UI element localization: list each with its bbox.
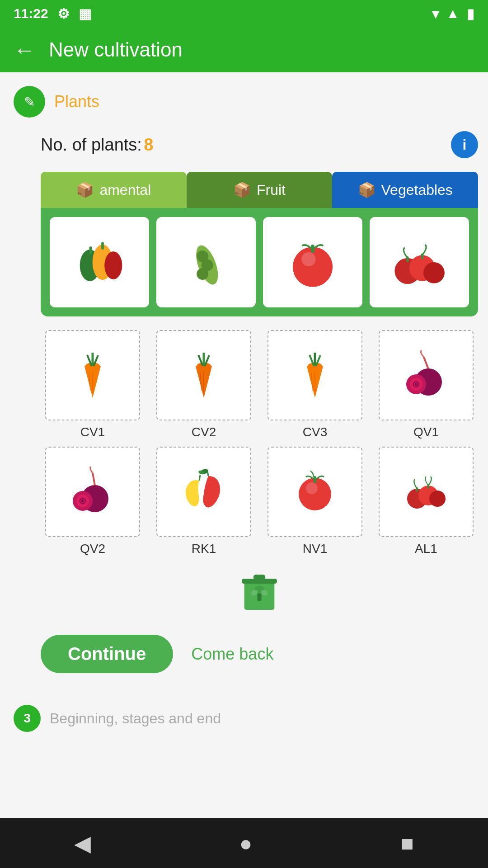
step1-label: Plants — [54, 92, 99, 111]
action-row: Continue Come back — [41, 635, 478, 673]
status-right: ▾ ▲ ▮ — [432, 6, 474, 22]
ornamental-label: amental — [99, 182, 151, 198]
plant-card-qv2[interactable] — [45, 447, 140, 537]
plant-label-qv1: QV1 — [413, 425, 439, 439]
plant-card-cv3[interactable] — [267, 330, 362, 420]
status-time: 11:22 — [14, 6, 48, 21]
step1-row: ✎ Plants — [0, 72, 488, 122]
svg-point-50 — [81, 500, 84, 502]
svg-point-14 — [423, 262, 445, 283]
plant-label-cv3: CV3 — [303, 425, 327, 439]
svg-point-2 — [104, 251, 122, 279]
ornamental-icon: 📦 — [76, 181, 94, 198]
plant-item-qv2: QV2 — [41, 447, 145, 556]
svg-rect-4 — [101, 242, 104, 250]
step3-label: Beginning, stages and end — [50, 710, 221, 727]
nav-recents-button[interactable]: ■ — [401, 831, 414, 856]
nav-back-button[interactable]: ◀ — [74, 830, 91, 856]
svg-point-43 — [415, 383, 418, 386]
svg-point-57 — [306, 482, 318, 494]
plant-label-qv2: QV2 — [80, 542, 105, 556]
svg-line-51 — [93, 473, 95, 486]
selected-carousel — [41, 208, 478, 316]
plant-card-qv1[interactable] — [379, 330, 474, 420]
gear-icon: ⚙ — [57, 6, 70, 22]
plant-item-cv1: CV1 — [41, 330, 145, 439]
selected-plant-pea[interactable] — [156, 217, 256, 307]
plants-count-value: 8 — [144, 135, 153, 154]
right-content: No. of plants: 8 i 📦 amental 📦 Fruit 📦 V… — [41, 122, 488, 691]
status-bar: 11:22 ⚙ ▦ ▾ ▲ ▮ — [0, 0, 488, 27]
plant-label-nv1: NV1 — [303, 542, 327, 556]
plants-count-label: No. of plants: — [41, 135, 142, 154]
page-title: New cultivation — [49, 38, 183, 61]
fruit-icon: 📦 — [233, 181, 251, 198]
signal-icon: ▲ — [446, 6, 460, 21]
plants-count-container: No. of plants: 8 — [41, 135, 154, 155]
tab-fruit[interactable]: 📦 Fruit — [187, 172, 333, 208]
svg-line-44 — [424, 357, 428, 369]
selected-plant-tomato[interactable] — [263, 217, 362, 307]
main-content: ✎ Plants No. of plants: 8 i 📦 amental — [0, 72, 488, 832]
step3-row: 3 Beginning, stages and end — [0, 691, 488, 745]
plant-card-cv1[interactable] — [45, 330, 140, 420]
plant-item-al1: AL1 — [374, 447, 478, 556]
plant-item-cv2: CV2 — [152, 330, 256, 439]
nav-home-button[interactable]: ● — [239, 831, 252, 856]
come-back-button[interactable]: Come back — [191, 645, 273, 664]
battery-icon: ▮ — [467, 6, 474, 22]
vegetables-label: Vegetables — [381, 182, 453, 198]
continue-button[interactable]: Continue — [41, 635, 173, 673]
plant-card-al1[interactable] — [379, 447, 474, 537]
plant-item-cv3: CV3 — [263, 330, 367, 439]
step1-circle: ✎ — [14, 86, 45, 118]
tab-vegetables[interactable]: 📦 Vegetables — [332, 172, 478, 208]
svg-point-10 — [301, 252, 315, 266]
top-bar: ← New cultivation — [0, 27, 488, 72]
step3-circle: 3 — [14, 705, 41, 732]
sim-icon: ▦ — [79, 6, 91, 22]
category-tabs: 📦 amental 📦 Fruit 📦 Vegetables — [41, 172, 478, 208]
tab-ornamental[interactable]: 📦 amental — [41, 172, 187, 208]
trash-button[interactable] — [239, 570, 280, 617]
plant-card-rk1[interactable] — [156, 447, 251, 537]
step3-number: 3 — [23, 711, 31, 726]
svg-point-8 — [197, 268, 208, 280]
plants-count-row: No. of plants: 8 i — [41, 131, 478, 158]
svg-point-9 — [293, 247, 333, 287]
plant-item-nv1: NV1 — [263, 447, 367, 556]
plant-grid: CV1 CV2 — [41, 330, 478, 556]
plant-item-rk1: RK1 — [152, 447, 256, 556]
bottom-nav: ◀ ● ■ — [0, 818, 488, 868]
svg-rect-66 — [253, 575, 266, 580]
plant-card-nv1[interactable] — [267, 447, 362, 537]
plant-label-rk1: RK1 — [192, 542, 216, 556]
svg-point-61 — [429, 491, 446, 507]
plant-label-cv1: CV1 — [80, 425, 105, 439]
status-left: 11:22 ⚙ ▦ — [14, 6, 91, 22]
content-area: No. of plants: 8 i 📦 amental 📦 Fruit 📦 V… — [0, 122, 488, 691]
plant-label-al1: AL1 — [415, 542, 437, 556]
back-button[interactable]: ← — [14, 38, 35, 62]
step1-icon: ✎ — [24, 94, 35, 110]
info-button[interactable]: i — [451, 131, 478, 158]
svg-rect-11 — [311, 245, 314, 253]
vegetables-icon: 📦 — [358, 181, 376, 198]
selected-plant-bell-pepper[interactable] — [50, 217, 149, 307]
plant-card-cv2[interactable] — [156, 330, 251, 420]
fruit-label: Fruit — [257, 182, 286, 198]
plant-label-cv2: CV2 — [192, 425, 216, 439]
trash-row — [41, 570, 478, 617]
wifi-icon: ▾ — [432, 6, 439, 22]
svg-rect-3 — [89, 246, 92, 254]
svg-line-53 — [199, 475, 200, 481]
plant-item-qv1: QV1 — [374, 330, 478, 439]
selected-plant-cherry-tomato[interactable] — [370, 217, 469, 307]
